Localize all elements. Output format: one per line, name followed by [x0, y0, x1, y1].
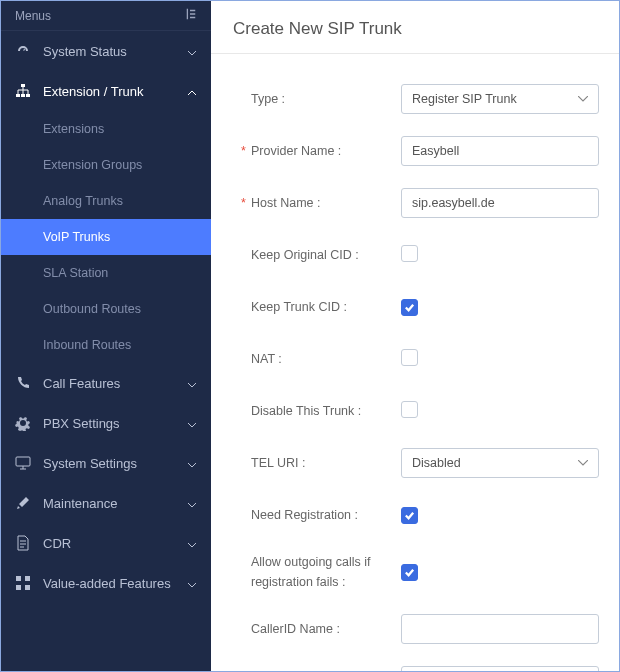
label-keep-trunk-cid: Keep Trunk CID :	[251, 300, 401, 314]
sidebar-item-analog-trunks[interactable]: Analog Trunks	[43, 183, 211, 219]
svg-rect-6	[25, 576, 30, 581]
row-nat: NAT :	[251, 344, 599, 374]
sidebar-item-system-status[interactable]: System Status	[1, 31, 211, 71]
sidebar-item-label: PBX Settings	[43, 416, 175, 431]
row-provider-name: Provider Name :	[251, 136, 599, 166]
form-area: Type : Register SIP Trunk Provider Name …	[211, 54, 619, 671]
tools-icon	[15, 495, 31, 511]
row-callerid-name: CallerID Name :	[251, 614, 599, 644]
network-icon	[15, 83, 31, 99]
keep-original-cid-checkbox[interactable]	[401, 245, 418, 262]
label-callerid-name: CallerID Name :	[251, 622, 401, 636]
username-input[interactable]	[401, 666, 599, 671]
label-host-name: Host Name :	[251, 196, 401, 210]
desktop-icon	[15, 455, 31, 471]
svg-rect-8	[25, 585, 30, 590]
row-host-name: Host Name :	[251, 188, 599, 218]
sidebar-item-system-settings[interactable]: System Settings	[1, 443, 211, 483]
sidebar-header: Menus	[1, 1, 211, 31]
label-nat: NAT :	[251, 352, 401, 366]
grid-icon	[15, 575, 31, 591]
provider-name-input[interactable]	[401, 136, 599, 166]
row-allow-outgoing: Allow outgoing calls if registration fai…	[251, 552, 599, 592]
sidebar-item-value-added[interactable]: Value-added Features	[1, 563, 211, 603]
sidebar-item-label: System Settings	[43, 456, 175, 471]
keep-trunk-cid-checkbox[interactable]	[401, 299, 418, 316]
main-content: Create New SIP Trunk Type : Register SIP…	[211, 1, 619, 671]
chevron-down-icon	[187, 458, 197, 468]
label-type: Type :	[251, 92, 401, 106]
sidebar-item-label: CDR	[43, 536, 175, 551]
label-need-registration: Need Registration :	[251, 508, 401, 522]
callerid-name-input[interactable]	[401, 614, 599, 644]
chevron-down-icon	[187, 418, 197, 428]
sidebar: Menus System Status Extension / Trunk Ex…	[1, 1, 211, 671]
disable-trunk-checkbox[interactable]	[401, 401, 418, 418]
allow-outgoing-checkbox[interactable]	[401, 564, 418, 581]
sidebar-item-cdr[interactable]: CDR	[1, 523, 211, 563]
label-disable-trunk: Disable This Trunk :	[251, 404, 401, 418]
svg-rect-4	[16, 457, 30, 466]
row-keep-trunk-cid: Keep Trunk CID :	[251, 292, 599, 322]
doc-icon	[15, 535, 31, 551]
sidebar-item-label: Value-added Features	[43, 576, 175, 591]
chevron-down-icon	[187, 46, 197, 56]
nat-checkbox[interactable]	[401, 349, 418, 366]
svg-rect-1	[16, 94, 20, 97]
svg-rect-2	[21, 94, 25, 97]
label-tel-uri: TEL URI :	[251, 456, 401, 470]
svg-rect-3	[26, 94, 30, 97]
row-type: Type : Register SIP Trunk	[251, 84, 599, 114]
sidebar-item-label: Call Features	[43, 376, 175, 391]
tel-uri-select[interactable]: Disabled	[401, 448, 599, 478]
svg-rect-7	[16, 585, 21, 590]
svg-rect-0	[21, 84, 25, 87]
submenu-extension-trunk: Extensions Extension Groups Analog Trunk…	[1, 111, 211, 363]
sidebar-title: Menus	[15, 9, 51, 23]
type-select[interactable]: Register SIP Trunk	[401, 84, 599, 114]
label-keep-original-cid: Keep Original CID :	[251, 248, 401, 262]
sidebar-item-outbound-routes[interactable]: Outbound Routes	[43, 291, 211, 327]
sidebar-item-label: Extension / Trunk	[43, 84, 175, 99]
phone-icon	[15, 375, 31, 391]
chevron-down-icon	[187, 578, 197, 588]
label-provider-name: Provider Name :	[251, 144, 401, 158]
host-name-input[interactable]	[401, 188, 599, 218]
sidebar-item-extension-groups[interactable]: Extension Groups	[43, 147, 211, 183]
row-need-registration: Need Registration :	[251, 500, 599, 530]
chevron-down-icon	[187, 538, 197, 548]
gauge-icon	[15, 43, 31, 59]
chevron-down-icon	[187, 378, 197, 388]
sidebar-item-sla-station[interactable]: SLA Station	[43, 255, 211, 291]
need-registration-checkbox[interactable]	[401, 507, 418, 524]
row-tel-uri: TEL URI : Disabled	[251, 448, 599, 478]
page-title: Create New SIP Trunk	[211, 1, 619, 54]
svg-rect-5	[16, 576, 21, 581]
row-keep-original-cid: Keep Original CID :	[251, 240, 599, 270]
sidebar-item-call-features[interactable]: Call Features	[1, 363, 211, 403]
sidebar-item-extension-trunk[interactable]: Extension / Trunk	[1, 71, 211, 111]
label-allow-outgoing: Allow outgoing calls if registration fai…	[251, 552, 401, 592]
row-disable-trunk: Disable This Trunk :	[251, 396, 599, 426]
sidebar-item-pbx-settings[interactable]: PBX Settings	[1, 403, 211, 443]
sidebar-item-label: Maintenance	[43, 496, 175, 511]
collapse-menu-icon[interactable]	[183, 7, 197, 24]
chevron-up-icon	[187, 86, 197, 96]
gear-icon	[15, 415, 31, 431]
sidebar-item-voip-trunks[interactable]: VoIP Trunks	[1, 219, 211, 255]
chevron-down-icon	[187, 498, 197, 508]
sidebar-item-extensions[interactable]: Extensions	[43, 111, 211, 147]
row-username: Username : 0049	[251, 666, 599, 671]
sidebar-item-maintenance[interactable]: Maintenance	[1, 483, 211, 523]
sidebar-item-label: System Status	[43, 44, 175, 59]
sidebar-item-inbound-routes[interactable]: Inbound Routes	[43, 327, 211, 363]
